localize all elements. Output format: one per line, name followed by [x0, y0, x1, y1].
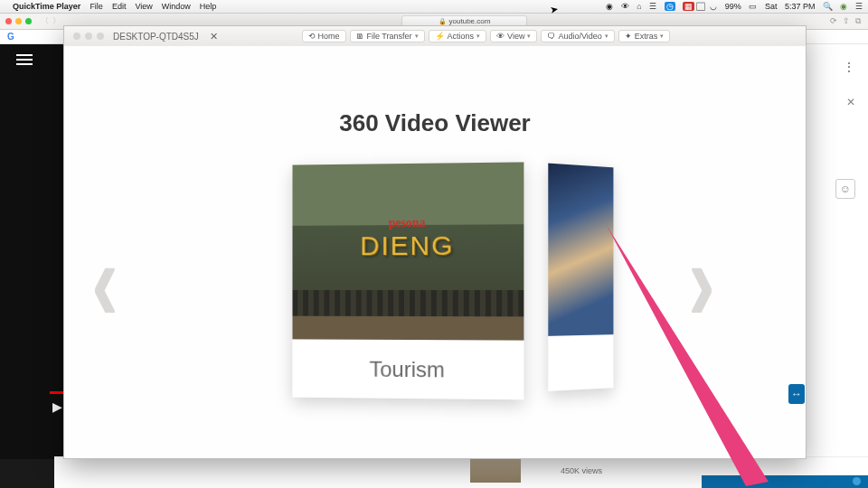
more-options-icon[interactable]: ⋮	[843, 60, 855, 74]
url-text: youtube.com	[449, 17, 491, 25]
card-label	[548, 334, 613, 391]
extras-button[interactable]: ✦Extras▾	[618, 30, 671, 42]
view-button[interactable]: 👁View▾	[490, 30, 537, 42]
actions-label: Actions	[448, 32, 475, 41]
app-name[interactable]: QuickTime Player	[13, 2, 80, 11]
audio-video-button[interactable]: 🗨Audio/Video▾	[541, 30, 614, 42]
page-title: 360 Video Viewer	[64, 109, 806, 137]
share-icon[interactable]: ⇪	[843, 16, 850, 26]
home-label: Home	[318, 32, 340, 41]
reload-icon[interactable]: ⟳	[830, 16, 837, 26]
view-label: View	[507, 32, 524, 41]
remote-titlebar: DESKTOP-QTD4S5J ✕ ⟲Home 🗎File Transfer▾ …	[64, 26, 806, 47]
battery-percent: 99%	[725, 2, 741, 11]
notification-center-icon[interactable]: ☰	[855, 2, 863, 11]
view-count: 450K views	[561, 466, 602, 475]
tabs-icon[interactable]: ⧉	[855, 16, 861, 26]
user-icon[interactable]: ◉	[840, 2, 847, 11]
carousel-card-next[interactable]	[548, 164, 613, 391]
file-icon: 🗎	[356, 32, 364, 41]
mac-menubar: QuickTime Player File Edit View Window H…	[0, 0, 868, 14]
wifi-icon[interactable]: ◡	[710, 2, 717, 11]
puzzle-icon: ✦	[625, 32, 632, 41]
play-button-icon[interactable]: ▶	[52, 399, 62, 414]
status-icon[interactable]: ◉	[606, 2, 613, 11]
teamviewer-badge-icon[interactable]: ↔	[788, 384, 805, 404]
battery-icon[interactable]: ▭	[749, 2, 757, 11]
google-favicon-icon: G	[7, 32, 14, 42]
menu-view[interactable]: View	[135, 2, 152, 11]
remote-traffic-lights[interactable]	[73, 33, 104, 40]
chat-icon: 🗨	[547, 32, 555, 41]
menubar-status-area: ◉ 👁 ⌂ ☰ ◷ ▦ ⃞ ◡ 99% ▭ Sat 5:37 PM 🔍 ◉ ☰	[600, 2, 863, 12]
file-transfer-label: File Transfer	[367, 32, 412, 41]
close-icon[interactable]: ✕	[846, 96, 855, 108]
eye-icon: 👁	[496, 32, 505, 41]
actions-button[interactable]: ⚡Actions▾	[429, 30, 487, 42]
carousel-prev-icon[interactable]: ‹	[91, 217, 118, 347]
svg-marker-0	[606, 224, 769, 486]
card-label: Tourism	[292, 339, 524, 399]
remote-toolbar: ⟲Home 🗎File Transfer▾ ⚡Actions▾ 👁View▾ 🗨…	[302, 30, 671, 42]
extras-label: Extras	[635, 32, 658, 41]
card-thumbnail: pesona DIENG	[292, 162, 524, 340]
home-button[interactable]: ⟲Home	[302, 30, 346, 42]
spotlight-icon[interactable]: 🔍	[823, 2, 833, 11]
menu-file[interactable]: File	[90, 2, 103, 11]
clock-time: 5:37 PM	[785, 2, 816, 11]
home-icon: ⟲	[308, 32, 316, 41]
status-icon[interactable]: 👁	[621, 2, 629, 11]
sign-subtitle: pesona	[360, 216, 454, 231]
thumbnail-sign: pesona DIENG	[360, 216, 454, 262]
menu-window[interactable]: Window	[162, 2, 191, 11]
card-thumbnail	[548, 164, 613, 336]
hamburger-icon[interactable]	[16, 54, 33, 67]
audio-video-label: Audio/Video	[558, 32, 601, 41]
carousel-card-tourism[interactable]: pesona DIENG Tourism	[292, 162, 524, 399]
clock-day: Sat	[765, 2, 778, 11]
menu-help[interactable]: Help	[200, 2, 217, 11]
menu-edit[interactable]: Edit	[112, 2, 127, 11]
status-icon[interactable]: ☰	[649, 2, 656, 11]
window-traffic-lights[interactable]	[5, 18, 32, 24]
status-icon[interactable]: ▦	[683, 2, 694, 11]
bolt-icon: ⚡	[435, 32, 445, 41]
forward-button: 〉	[52, 15, 61, 27]
back-button[interactable]: 〈	[41, 15, 49, 27]
status-icon[interactable]: ◷	[665, 2, 675, 11]
emoji-button-icon[interactable]: ☺	[835, 179, 855, 199]
youtube-player-strip	[0, 43, 72, 459]
close-session-icon[interactable]: ✕	[208, 30, 221, 42]
file-transfer-button[interactable]: 🗎File Transfer▾	[350, 30, 425, 42]
sign-title: DIENG	[360, 230, 454, 261]
remote-host-name: DESKTOP-QTD4S5J	[113, 32, 199, 42]
status-icon[interactable]: ⌂	[637, 2, 641, 11]
